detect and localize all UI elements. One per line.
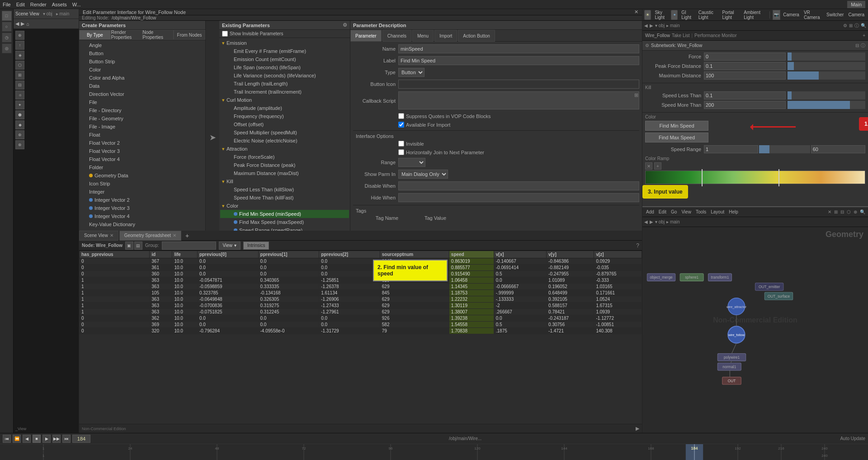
view-icon-7[interactable]: ⌾ [15,90,24,100]
help-menu[interactable]: Help [727,209,740,214]
view-icon-2[interactable]: ↑ [15,41,24,50]
create-param-item-19[interactable]: Integer Vector 2 [80,196,204,204]
label-input[interactable] [398,56,639,65]
toolbar-icon-torus[interactable]: ◎ [2,43,12,53]
toolbar-icon-sphere[interactable]: ○ [2,22,12,32]
menu-render[interactable]: Render [30,2,47,7]
speed-more-than-input[interactable] [704,101,786,109]
peak-force-dist-input[interactable] [704,62,786,70]
toolbar-icon-tube[interactable]: ◷ [2,33,12,43]
ramp-handle-2[interactable] [777,169,781,186]
tree-folder-header-3[interactable]: ▾Kill [220,177,349,185]
net-icon-4[interactable]: ⬡ [847,209,851,214]
ramp-handle-1[interactable] [700,169,704,186]
gear-icon[interactable]: ⚙ [343,22,347,28]
create-param-item-3[interactable]: Color [80,66,204,74]
tree-item-1-3[interactable]: Speed Multiplier (speedMult) [220,128,349,137]
create-param-item-11[interactable]: Float [80,131,204,139]
col-header-1[interactable]: id [150,251,172,258]
tree-item-0-2[interactable]: Life Span (seconds) (lifeSpan) [220,63,349,71]
callback-textarea[interactable] [398,91,639,109]
portal-light-tab[interactable]: Portal Light [719,10,740,20]
close-icon[interactable]: ✕ [634,9,638,15]
geo-table-wrapper[interactable]: has_ppreviousidlifepprevious[0]pprevious… [79,251,642,424]
tab-render-props[interactable]: Render Properties [111,30,142,40]
view-icon-6[interactable]: ⊟ [15,81,24,90]
geo-scroll-right[interactable]: ▶ [636,426,639,432]
tree-folder-3[interactable]: ▾KillSpeed Less Than (killSlow)Speed Mor… [220,177,349,202]
speed-range-slider[interactable] [759,145,810,153]
search-icon-2[interactable]: 🔍 [860,209,865,214]
speed-less-than-input[interactable] [704,91,786,100]
create-param-item-13[interactable]: Float Vector 3 [80,147,204,155]
scene-nav-forward[interactable]: ▶ [21,21,24,27]
tree-item-3-0[interactable]: Speed Less Than (killSlow) [220,185,349,194]
tab-from-nodes[interactable]: From Nodes [174,30,205,40]
view-icon-9[interactable]: ⬢ [15,110,24,119]
tree-folder-header-4[interactable]: ▾Color [220,202,349,210]
tree-item-4-1[interactable]: Find Max Speed (maxSpeed) [220,218,349,226]
create-param-item-10[interactable]: File - Image [80,123,204,131]
invisible-checkbox-label[interactable]: Invisible [398,141,424,147]
tab-import[interactable]: Import [434,30,457,42]
name-input[interactable] [398,44,639,53]
tab-scene-view[interactable]: Scene View ✕ [79,231,118,241]
gear-icon-2[interactable]: ⚙ [843,23,847,28]
col-header-0[interactable]: has_pprevious [80,251,150,258]
search-icon[interactable]: 🔍 [861,23,866,28]
view-icon-4[interactable]: ⬡ [15,61,24,70]
view-icon-8[interactable]: ✦ [15,100,24,109]
force-input[interactable] [704,52,786,61]
view-icon-11[interactable]: ⊕ [15,130,24,139]
play-start-btn[interactable]: ⏮ [3,435,11,443]
layout-icon-2[interactable]: ⊟ [855,43,859,48]
create-param-item-15[interactable]: Folder [80,163,204,171]
peak-force-dist-slider[interactable] [788,62,866,70]
tree-item-1-0[interactable]: Amplitude (amplitude) [220,104,349,112]
hide-when-input[interactable] [398,193,639,202]
tree-folder-0[interactable]: ▾EmissionEmit Every # Frame (emitFrame)E… [220,39,349,96]
force-slider[interactable] [788,52,866,61]
col-header-5[interactable]: pprevious[2] [319,251,380,258]
stop-btn[interactable]: ■ [33,435,41,443]
camera-tab-2[interactable]: Camera [846,12,866,17]
create-param-item-0[interactable]: Angle [80,41,204,49]
suppress-checkbox[interactable] [398,113,404,119]
step-back-btn[interactable]: ⏪ [13,435,21,443]
create-param-item-14[interactable]: Float Vector 4 [80,155,204,163]
view-icon-1[interactable]: ⊕ [15,31,24,40]
sky-light-icon[interactable]: ⚬ [671,10,678,20]
plus-icon[interactable]: + [863,33,865,38]
create-param-item-17[interactable]: Icon Strip [80,180,204,188]
tab-by-type[interactable]: By Type [79,30,111,40]
layout-menu[interactable]: Layout [709,209,726,214]
intrinsics-btn[interactable]: Intrinsics [243,242,269,250]
tab-action-button[interactable]: Action Button [458,30,495,42]
sol-icon[interactable]: ☀ [644,10,651,20]
net-icon-2[interactable]: ⊞ [834,209,838,214]
tools-menu[interactable]: Tools [694,209,708,214]
view-dropdown[interactable]: View ▾ [219,242,241,250]
speed-less-than-slider[interactable] [788,91,866,100]
net-icon-1[interactable]: ✕ [828,209,831,214]
net-back[interactable]: ◀ [644,219,648,224]
go-menu[interactable]: Go [669,209,679,214]
forward-btn[interactable]: ▶▶ [52,435,61,443]
tree-item-0-4[interactable]: Trail Length (trailLength) [220,80,349,88]
tree-item-1-4[interactable]: Electric Noise (electricNoise) [220,137,349,145]
vr-camera-tab[interactable]: VR Camera [802,10,824,20]
play-btn[interactable]: ▶ [42,435,51,443]
create-param-item-5[interactable]: Data [80,82,204,90]
net-forward[interactable]: ▶ [650,219,653,224]
tab-geometry-spreadsheet[interactable]: Geometry Spreadsheet ✕ [119,231,181,241]
create-param-item-22[interactable]: Key-Value Dictionary [80,220,204,228]
toolbar-icon-box[interactable]: □ [2,11,12,21]
create-param-item-1[interactable]: Button [80,49,204,57]
tree-item-0-1[interactable]: Emission Count (emitCount) [220,55,349,63]
create-param-item-16[interactable]: Geometry Data [80,171,204,180]
sky-light-tab[interactable]: Sky Light [652,10,670,20]
suppress-checkbox-label[interactable]: Suppress Quotes in VOP Code Blocks [398,113,491,119]
speed-range-max-input[interactable] [811,145,865,153]
back-btn[interactable]: ◀ [23,435,31,443]
menu-assets[interactable]: Assets [52,2,67,7]
